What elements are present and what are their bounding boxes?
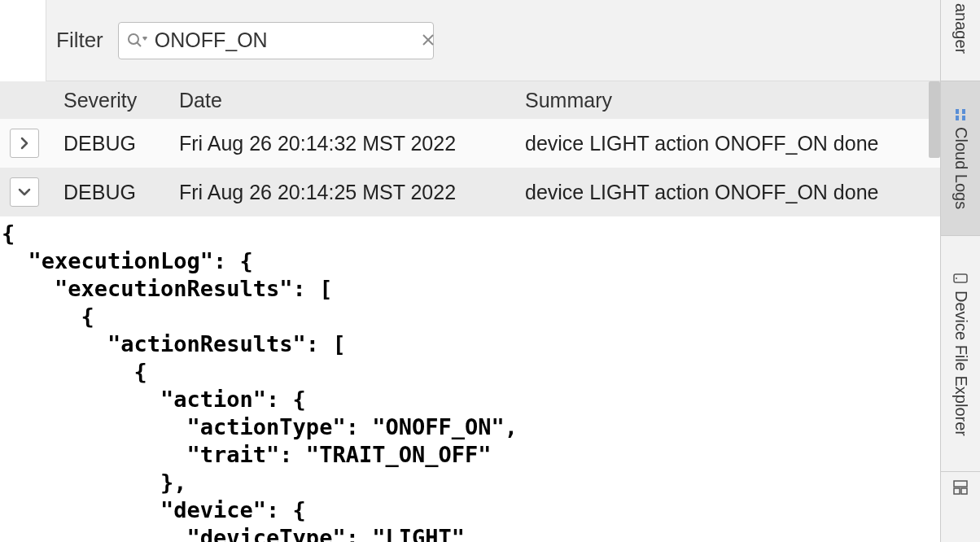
log-table-header: Severity Date Summary (0, 81, 940, 119)
sidebar-tab-device-file-explorer[interactable]: Device File Explorer (941, 236, 980, 472)
filter-bar: Filter (46, 0, 940, 81)
svg-marker-2 (142, 37, 147, 41)
device-icon (953, 271, 968, 286)
log-severity: DEBUG (63, 132, 179, 155)
log-severity: DEBUG (63, 181, 179, 204)
svg-point-10 (956, 278, 957, 279)
svg-rect-13 (954, 488, 960, 494)
log-row[interactable]: DEBUG Fri Aug 26 20:14:25 MST 2022 devic… (0, 168, 940, 216)
expand-toggle-button[interactable] (10, 129, 39, 158)
log-row[interactable]: DEBUG Fri Aug 26 20:14:32 MST 2022 devic… (0, 119, 940, 168)
sidebar-tab-label: Cloud Logs (952, 127, 970, 209)
svg-rect-8 (956, 116, 959, 120)
sidebar-tab-label: anager (952, 3, 970, 54)
svg-rect-5 (962, 109, 965, 114)
chevron-right-icon (18, 137, 31, 150)
chevron-down-icon (18, 186, 31, 199)
log-summary: device LIGHT action ONOFF_ON done (525, 132, 940, 155)
svg-rect-11 (954, 481, 967, 487)
sidebar-tab-cloud-logs[interactable]: Cloud Logs (941, 81, 980, 236)
search-icon[interactable] (127, 33, 148, 49)
expand-toggle-button[interactable] (10, 177, 39, 207)
column-header-severity[interactable]: Severity (63, 89, 179, 112)
filter-label: Filter (56, 28, 103, 53)
svg-rect-6 (956, 109, 959, 114)
sidebar-tab-partial-bottom[interactable] (941, 472, 980, 542)
sidebar-tab-manager-partial[interactable]: anager (941, 0, 980, 81)
cloud-logs-icon (953, 107, 968, 122)
svg-rect-7 (962, 116, 965, 120)
filter-search-box[interactable] (118, 22, 434, 59)
column-header-summary[interactable]: Summary (525, 89, 940, 112)
layout-icon (953, 480, 968, 495)
log-date: Fri Aug 26 20:14:25 MST 2022 (179, 181, 525, 204)
right-sidebar: anager Cloud Logs Device File Explorer (940, 0, 980, 542)
sidebar-tab-label: Device File Explorer (952, 291, 970, 436)
expanded-json-content[interactable]: { "executionLog": { "executionResults": … (0, 216, 940, 542)
svg-rect-12 (961, 488, 967, 494)
log-date: Fri Aug 26 20:14:32 MST 2022 (179, 132, 525, 155)
search-input[interactable] (148, 28, 418, 52)
clear-search-icon[interactable] (418, 30, 438, 51)
vertical-scrollbar-thumb[interactable] (929, 81, 940, 158)
svg-line-1 (137, 42, 141, 46)
log-viewer-panel: Filter Severity Date Summary (0, 0, 940, 542)
column-header-date[interactable]: Date (179, 89, 525, 112)
svg-point-0 (129, 34, 138, 44)
log-summary: device LIGHT action ONOFF_ON done (525, 181, 940, 204)
